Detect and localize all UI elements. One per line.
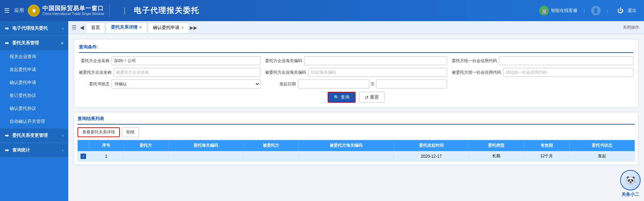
- service-icon: 🤖: [539, 6, 549, 15]
- search-block: 查询条件: 委托方企业名称 委托方企业海关编码 委托方统一社会信用代码: [74, 39, 639, 108]
- sidebar-item-auto-confirm[interactable]: 自动确认开关管理: [0, 115, 68, 128]
- date-end-input[interactable]: [376, 80, 447, 88]
- sidebar-section-change: ➡ 委托关系变更管理 ‹: [0, 128, 68, 143]
- user-icon[interactable]: 👤: [591, 6, 601, 15]
- tab-relation-close-icon[interactable]: ✕: [139, 25, 142, 30]
- separator2: |: [607, 8, 608, 13]
- date-start-input[interactable]: [298, 80, 369, 88]
- row-validity: 12个月: [524, 151, 570, 161]
- search-title: 查询条件:: [79, 44, 633, 53]
- tab-expand-icon[interactable]: ▶▶: [190, 25, 197, 30]
- tab-home[interactable]: 首页: [86, 23, 105, 33]
- sidebar-item-stats[interactable]: ➡ 查询统计 ‹: [0, 143, 68, 157]
- sidebar-item-confirm-protocol[interactable]: 确认委托协议: [0, 102, 68, 115]
- svg-text:⚜: ⚜: [31, 8, 36, 14]
- col-agent: 被委托方: [243, 140, 298, 151]
- sidebar: ➡ 电子代理报关委托 › ➡ 委托关系管理 ∨ 报关企业查询 发起委托申请 确认…: [0, 21, 68, 201]
- date-range: 至: [298, 80, 447, 88]
- results-block: 查询结果列表 查看委托关系详情 拒绝 序号 委托方 委托海关编码 被委托方 被委…: [74, 112, 639, 165]
- logo-text-block: 中国国际贸易单一窗口 China International Trade Sin…: [42, 5, 104, 16]
- checkbox-checked-icon[interactable]: ✓: [81, 154, 86, 159]
- tab-confirm-apply[interactable]: 确认委托申请 ✕: [148, 23, 189, 33]
- agent-credit-label: 被委托方统一社会信用代码: [452, 70, 501, 75]
- mascot-face: 🐼: [620, 170, 641, 190]
- sidebar-section-stats: ➡ 查询统计 ‹: [0, 143, 68, 158]
- principal-credit-label: 委托方统一社会信用代码: [452, 58, 497, 64]
- row-seq: 1: [89, 151, 124, 161]
- agent-name-input[interactable]: [114, 68, 260, 77]
- header-divider: |: [124, 6, 126, 15]
- col-agent-code: 被委托方海关编码: [298, 140, 394, 151]
- tab-relation-detail[interactable]: 委托关系详情 ✕: [106, 23, 147, 33]
- search-button[interactable]: 🔍 查询: [328, 92, 356, 103]
- tab-nav-menu[interactable]: ☰: [70, 24, 78, 31]
- power-icon[interactable]: ⏻: [617, 7, 624, 14]
- action-bar: 查看委托关系详情 拒绝: [77, 127, 635, 137]
- principal-name-input[interactable]: [112, 56, 260, 65]
- col-seq: 序号: [89, 140, 124, 151]
- sign-label: 签订委托协议: [10, 92, 36, 99]
- chevron-left-icon: ‹: [62, 133, 63, 138]
- confirm-protocol-label: 确认委托协议: [10, 105, 36, 112]
- view-detail-button[interactable]: 查看委托关系详情: [77, 127, 120, 137]
- arrow-right-icon-2: ➡: [5, 40, 9, 46]
- sidebar-section-main: ➡ 电子代理报关委托 ›: [0, 21, 68, 36]
- sidebar-item-manage[interactable]: ➡ 委托关系管理 ∨: [0, 36, 68, 50]
- row-principal-code: [168, 151, 243, 161]
- results-table: 序号 委托方 委托海关编码 被委托方 被委托方海关编码 委托发起时间 委托类型 …: [77, 140, 635, 161]
- row-checkbox-cell[interactable]: ✓: [78, 151, 89, 161]
- status-select[interactable]: 待确认 已确认 已拒绝: [112, 80, 260, 88]
- principal-code-label: 委托方企业海关编码: [265, 58, 302, 64]
- initiate-label: 发起委托申请: [10, 67, 36, 73]
- sidebar-main-label: 电子代理报关委托: [12, 25, 48, 31]
- sidebar-item-query-company[interactable]: 报关企业查询: [0, 50, 68, 63]
- logout-label[interactable]: 退出: [628, 8, 636, 14]
- results-title: 查询结果列表: [77, 116, 635, 125]
- chevron-down-icon: ∨: [61, 41, 63, 45]
- main-layout: ➡ 电子代理报关委托 › ➡ 委托关系管理 ∨ 报关企业查询 发起委托申请 确认…: [0, 21, 644, 201]
- header-left: ☰ 应用 ⚜ 中国国际贸易单一窗口 China International Tr…: [4, 4, 199, 17]
- system-title: 电子代理报关委托: [134, 5, 199, 16]
- reject-button[interactable]: 拒绝: [122, 127, 139, 137]
- status-label: 委托书状态: [79, 81, 110, 87]
- logo-en: China International Trade Single Window: [42, 12, 104, 16]
- agent-name-label: 被委托方企业名称: [79, 70, 112, 75]
- col-start-time: 委托发起时间: [394, 140, 469, 151]
- row-status: 发起: [570, 151, 635, 161]
- close-all-button[interactable]: 关闭操作: [623, 25, 642, 30]
- confirm-apply-label: 确认委托申请: [10, 80, 36, 86]
- tab-confirm-close-icon[interactable]: ✕: [181, 26, 184, 30]
- reset-button[interactable]: ↺ 重置: [359, 92, 385, 103]
- online-service[interactable]: 🤖 智能在线客服: [539, 6, 577, 15]
- sidebar-item-sign[interactable]: 签订委托协议: [0, 89, 68, 102]
- field-principal-name: 委托方企业名称: [79, 56, 260, 65]
- header-logo: ⚜ 中国国际贸易单一窗口 China International Trade S…: [27, 4, 110, 17]
- date-label: 发起日期: [265, 81, 296, 87]
- agent-code-input[interactable]: [308, 68, 447, 77]
- agent-credit-input[interactable]: [503, 68, 633, 77]
- content-area: ☰ ◀ 首页 委托关系详情 ✕ 确认委托申请 ✕ ▶▶ 关闭操作 查询条件:: [68, 21, 644, 201]
- ai-mascot[interactable]: 🐼 关务小二: [620, 170, 641, 198]
- row-type: 长期: [469, 151, 524, 161]
- tab-nav-prev[interactable]: ◀: [78, 24, 85, 31]
- col-validity: 有效期: [524, 140, 570, 151]
- reset-icon: ↺: [365, 95, 369, 100]
- principal-name-label: 委托方企业名称: [79, 58, 110, 64]
- search-btn-label: 查询: [341, 94, 349, 100]
- sidebar-item-change[interactable]: ➡ 委托关系变更管理 ‹: [0, 128, 68, 143]
- sidebar-item-confirm-apply[interactable]: 确认委托申请: [0, 76, 68, 89]
- header-right: 🤖 智能在线客服 | 👤 | ⏻ 退出: [539, 6, 640, 15]
- tab-bar: ☰ ◀ 首页 委托关系详情 ✕ 确认委托申请 ✕ ▶▶ 关闭操作: [68, 21, 644, 34]
- logo-cn: 中国国际贸易单一窗口: [42, 5, 104, 12]
- mascot-label: 关务小二: [621, 191, 639, 198]
- principal-code-input[interactable]: [304, 56, 447, 65]
- search-icon: 🔍: [334, 95, 339, 100]
- online-service-label: 智能在线客服: [551, 8, 577, 14]
- field-principal-credit: 委托方统一社会信用代码: [452, 56, 633, 65]
- arrow-right-icon-4: ➡: [5, 147, 9, 153]
- sidebar-item-initiate[interactable]: 发起委托申请: [0, 63, 68, 76]
- sidebar-item-main[interactable]: ➡ 电子代理报关委托 ›: [0, 21, 68, 35]
- principal-credit-input[interactable]: [499, 56, 633, 65]
- chevron-left-icon-2: ‹: [62, 148, 63, 152]
- menu-icon[interactable]: ☰: [4, 7, 10, 14]
